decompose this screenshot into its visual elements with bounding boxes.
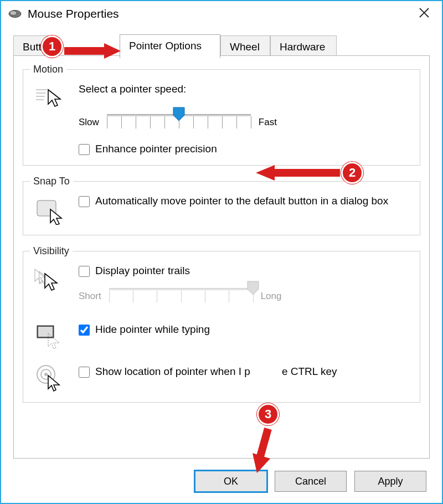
enhance-pointer-precision-checkbox[interactable]: Enhance pointer precision	[79, 143, 413, 155]
group-visibility-legend: Visibility	[30, 245, 73, 257]
trails-long-label: Long	[261, 291, 282, 302]
slow-label: Slow	[79, 117, 99, 128]
titlebar: Mouse Properties	[1, 1, 442, 25]
display-trails-checkbox[interactable]: Display pointer trails	[79, 265, 413, 277]
hide-typing-icon	[30, 320, 69, 350]
show-location-checkbox[interactable]: Show location of pointer when I pxxxxxxe…	[79, 366, 413, 378]
show-location-input[interactable]	[79, 367, 90, 378]
annotation-arrow-2	[254, 163, 342, 186]
show-location-icon	[30, 360, 69, 392]
group-motion-legend: Motion	[30, 64, 66, 75]
fast-label: Fast	[259, 117, 277, 128]
cancel-button[interactable]: Cancel	[275, 471, 347, 492]
close-button[interactable]	[412, 6, 436, 22]
annotation-badge-2: 2	[341, 162, 363, 184]
trails-icon	[30, 265, 69, 295]
group-visibility: Visibility Display pointer trails	[23, 245, 420, 403]
dialog-buttons: OK Cancel Apply	[195, 471, 426, 492]
group-snap-to: Snap To Automatically move pointer to th…	[23, 176, 420, 235]
snap-to-input[interactable]	[79, 196, 90, 207]
mouse-icon	[8, 9, 22, 19]
mouse-properties-dialog: Mouse Properties Butto Pointer Options W…	[0, 0, 443, 504]
pointer-speed-thumb[interactable]	[172, 106, 186, 122]
annotation-arrow-3	[249, 425, 282, 478]
group-motion: Motion Select a pointer speed: Slow	[23, 64, 420, 166]
tab-wheel[interactable]: Wheel	[220, 35, 270, 58]
annotation-arrow-1	[62, 41, 123, 64]
enhance-pointer-precision-input[interactable]	[79, 144, 90, 155]
annotation-badge-3: 3	[257, 403, 279, 425]
annotation-badge-1: 1	[41, 35, 63, 58]
show-location-label: Show location of pointer when I pxxxxxxe…	[95, 366, 337, 378]
tab-hardware[interactable]: Hardware	[270, 35, 337, 58]
trails-thumb	[246, 280, 260, 296]
tab-panel-pointer-options: Motion Select a pointer speed: Slow	[13, 55, 430, 459]
svg-point-11	[44, 373, 48, 376]
enhance-label: Enhance pointer precision	[95, 143, 217, 155]
display-trails-input[interactable]	[79, 266, 90, 277]
snap-to-checkbox[interactable]: Automatically move pointer to the defaul…	[79, 195, 413, 207]
trails-short-label: Short	[79, 291, 101, 302]
group-snapto-legend: Snap To	[30, 176, 73, 187]
svg-point-1	[10, 11, 17, 16]
apply-button[interactable]: Apply	[354, 471, 426, 492]
display-trails-label: Display pointer trails	[95, 265, 190, 277]
hide-while-typing-input[interactable]	[79, 325, 90, 336]
snap-to-label: Automatically move pointer to the defaul…	[95, 195, 388, 207]
motion-icon	[30, 83, 69, 110]
pointer-speed-slider[interactable]	[107, 109, 251, 136]
hide-while-typing-checkbox[interactable]: Hide pointer while typing	[79, 323, 413, 336]
pointer-speed-label: Select a pointer speed:	[79, 83, 413, 95]
window-title: Mouse Properties	[28, 7, 119, 20]
tab-pointer-options[interactable]: Pointer Options	[120, 34, 220, 59]
trails-length-slider	[109, 282, 253, 310]
hide-while-typing-label: Hide pointer while typing	[95, 323, 210, 336]
snap-to-icon	[30, 195, 69, 225]
